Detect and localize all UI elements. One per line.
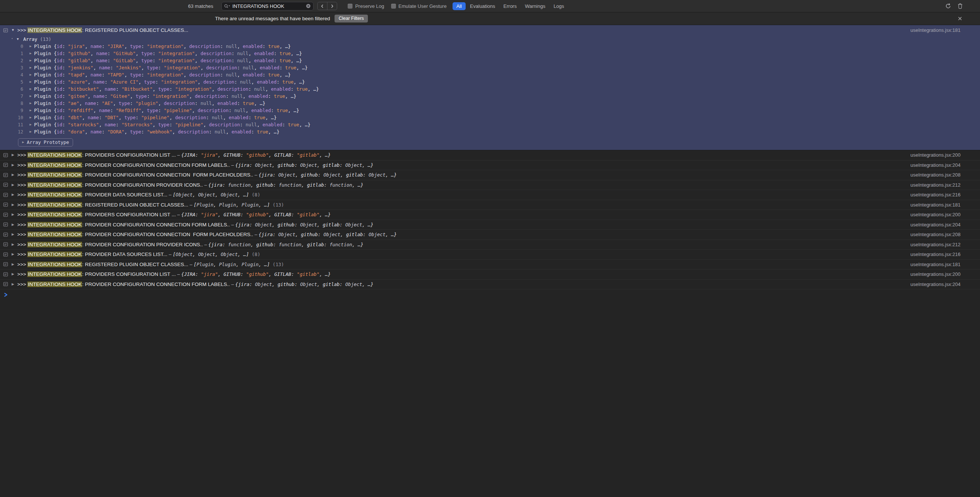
source-link[interactable]: useIntegrations.jsx:200 [901, 271, 961, 277]
scope-button-warnings[interactable]: Warnings [521, 2, 549, 10]
scope-button-all[interactable]: All [453, 2, 465, 10]
array-item-row[interactable]: 4▶Plugin {id: "tapd", name: "TAPD", type… [0, 71, 980, 78]
code-token: : [274, 58, 280, 63]
array-row[interactable]: • ▼ Array (13) [0, 35, 980, 43]
disclosure-triangle-icon[interactable]: ▶ [11, 272, 15, 276]
scope-button-logs[interactable]: Logs [550, 2, 568, 10]
console-log-row[interactable]: ▶ >>> INTEGRATIONS HOOK: PROVIDER CONFIG… [0, 161, 980, 170]
array-item-row[interactable]: 8▶Plugin {id: "ae", name: "AE", type: "p… [0, 100, 980, 107]
banner-close-icon[interactable] [958, 16, 962, 21]
emulate-user-gesture-checkbox[interactable]: Emulate User Gesture [391, 3, 447, 9]
console-log-row[interactable]: ▶ >>> INTEGRATIONS HOOK: REGISTERED PLUG… [0, 200, 980, 210]
array-item-row[interactable]: 5▶Plugin {id: "azure", name: "Azure CI",… [0, 78, 980, 86]
clear-search-icon[interactable] [306, 3, 311, 9]
console-log-row[interactable]: ▶ >>> INTEGRATIONS HOOK: PROVIDERS CONFI… [0, 150, 980, 161]
checkbox-box-icon[interactable] [348, 4, 353, 9]
expanded-log-entry[interactable]: ▼ >>> INTEGRATIONS HOOK: REGISTERED PLUG… [0, 25, 980, 150]
refresh-icon[interactable] [945, 3, 951, 9]
next-match-button[interactable] [327, 2, 337, 10]
console-log-row[interactable]: ▶ >>> INTEGRATIONS HOOK: PROVIDER CONFIG… [0, 180, 980, 190]
preview-token: "github" [246, 271, 269, 277]
preview-token: : [195, 152, 201, 158]
code-token: , …} [288, 108, 299, 113]
disclosure-triangle-icon[interactable]: ▶ [22, 140, 24, 144]
previous-match-button[interactable] [317, 2, 328, 10]
preview-token: , …} [385, 172, 397, 178]
search-input[interactable]: INTEGRATIONS HOOK [232, 3, 304, 9]
source-link[interactable]: useIntegrations.jsx:204 [901, 282, 961, 287]
scope-button-errors[interactable]: Errors [500, 2, 520, 10]
code-token: : [141, 129, 147, 135]
preview-token: { [235, 162, 238, 168]
preview-token: JIRA [184, 212, 195, 217]
disclosure-triangle-icon[interactable]: ▼ [11, 29, 15, 32]
array-item-row[interactable]: 1▶Plugin {id: "github", name: "GitHub", … [0, 50, 980, 57]
source-link[interactable]: useIntegrations.jsx:204 [901, 162, 961, 168]
disclosure-triangle-icon[interactable]: ▶ [11, 253, 15, 256]
disclosure-triangle-icon[interactable]: ▶ [11, 203, 15, 207]
disclosure-triangle-icon[interactable]: ▶ [11, 263, 15, 266]
code-token: enabled [232, 129, 251, 135]
array-item-row[interactable]: 12▶Plugin {id: "dora", name: "DORA", typ… [0, 128, 980, 135]
array-item-row[interactable]: 6▶Plugin {id: "bitbucket", name: "Bitbuc… [0, 86, 980, 92]
array-item-row[interactable]: 3▶Plugin {id: "jenkins", name: "Jenkins"… [0, 64, 980, 71]
array-item-row[interactable]: 0▶Plugin {id: "jira", name: "JIRA", type… [0, 43, 980, 50]
array-item-index: 12 [0, 129, 23, 135]
source-link[interactable]: useIntegrations.jsx:200 [901, 212, 961, 217]
code-token: type [141, 58, 153, 63]
disclosure-triangle-icon[interactable]: ▶ [11, 163, 15, 167]
array-prototype-button[interactable]: ▶ Array Prototype [18, 138, 73, 147]
source-link[interactable]: useIntegrations.jsx:181 [901, 261, 961, 267]
source-link[interactable]: useIntegrations.jsx:216 [901, 252, 961, 257]
array-item-row[interactable]: 11▶Plugin {id: "starrocks", name: "Starr… [0, 121, 980, 128]
console-log-row[interactable]: ▶ >>> INTEGRATIONS HOOK: PROVIDER CONFIG… [0, 280, 980, 290]
source-link[interactable]: useIntegrations.jsx:208 [901, 232, 961, 237]
array-item-row[interactable]: 9▶Plugin {id: "refdiff", name: "RefDiff"… [0, 107, 980, 114]
array-item-row[interactable]: 2▶Plugin {id: "gitlab", name: "GitLab", … [0, 57, 980, 64]
preview-token: – [231, 222, 235, 228]
console-prompt[interactable] [0, 289, 980, 300]
disclosure-triangle-icon[interactable]: ▶ [11, 283, 15, 286]
disclosure-triangle-icon[interactable]: ▶ [11, 233, 15, 236]
console-log-row[interactable]: ▶ >>> INTEGRATIONS HOOK: PROVIDERS CONFI… [0, 269, 980, 280]
console-log-row[interactable]: ▶ >>> INTEGRATIONS HOOK: PROVIDER CONFIG… [0, 220, 980, 230]
disclosure-triangle-icon[interactable]: ▶ [11, 183, 15, 186]
preview-token: [ [194, 202, 197, 208]
disclosure-triangle-icon[interactable]: ▶ [11, 213, 15, 216]
source-link[interactable]: useIntegrations.jsx:181 [901, 202, 961, 208]
console-log-row[interactable]: ▶ >>> INTEGRATIONS HOOK: PROVIDERS CONFI… [0, 210, 980, 220]
code-token: : [130, 100, 135, 106]
trash-icon[interactable] [958, 3, 963, 9]
clear-filters-button[interactable]: Clear Filters [334, 14, 368, 22]
disclosure-triangle-icon[interactable]: ▶ [11, 153, 15, 157]
console-log-row[interactable]: ▶ >>> INTEGRATIONS HOOK: PROVIDER CONFIG… [0, 230, 980, 240]
array-item-row[interactable]: 7▶Plugin {id: "gitee", name: "Gitee", ty… [0, 92, 980, 100]
disclosure-triangle-icon[interactable]: ▼ [16, 37, 20, 41]
search-field[interactable]: INTEGRATIONS HOOK [221, 2, 313, 11]
console-log-row[interactable]: ▶ >>> INTEGRATIONS HOOK: PROVIDER DATA S… [0, 190, 980, 200]
source-link[interactable]: useIntegrations.jsx:200 [901, 152, 961, 158]
source-link[interactable]: useIntegrations.jsx:181 [901, 27, 961, 33]
array-item-row[interactable]: 10▶Plugin {id: "dbt", name: "DBT", type:… [0, 114, 980, 121]
code-token: id [57, 115, 62, 120]
checkbox-box-icon[interactable] [391, 4, 396, 9]
source-link[interactable]: useIntegrations.jsx:208 [901, 172, 961, 178]
code-token: enabled [243, 72, 262, 78]
source-link[interactable]: useIntegrations.jsx:212 [901, 182, 961, 188]
source-link[interactable]: useIntegrations.jsx:204 [901, 222, 961, 228]
code-token: enabled [251, 108, 271, 113]
disclosure-triangle-icon[interactable]: ▶ [11, 223, 15, 226]
disclosure-triangle-icon[interactable]: ▶ [11, 193, 15, 196]
scope-button-evaluations[interactable]: Evaluations [466, 2, 499, 10]
disclosure-triangle-icon[interactable]: ▶ [11, 173, 15, 177]
source-link[interactable]: useIntegrations.jsx:216 [901, 192, 961, 198]
console-log-row[interactable]: ▶ >>> INTEGRATIONS HOOK: PROVIDER DATA S… [0, 250, 980, 260]
console-log-row[interactable]: ▶ >>> INTEGRATIONS HOOK: PROVIDER CONFIG… [0, 240, 980, 250]
code-token: , [172, 129, 178, 135]
console-log-row[interactable]: ▶ >>> INTEGRATIONS HOOK: PROVIDER CONFIG… [0, 170, 980, 180]
preserve-log-checkbox[interactable]: Preserve Log [348, 3, 384, 9]
disclosure-triangle-icon[interactable]: ▶ [11, 243, 15, 246]
code-token: null [243, 65, 254, 70]
source-link[interactable]: useIntegrations.jsx:212 [901, 242, 961, 247]
console-log-row[interactable]: ▶ >>> INTEGRATIONS HOOK: REGISTERED PLUG… [0, 260, 980, 270]
